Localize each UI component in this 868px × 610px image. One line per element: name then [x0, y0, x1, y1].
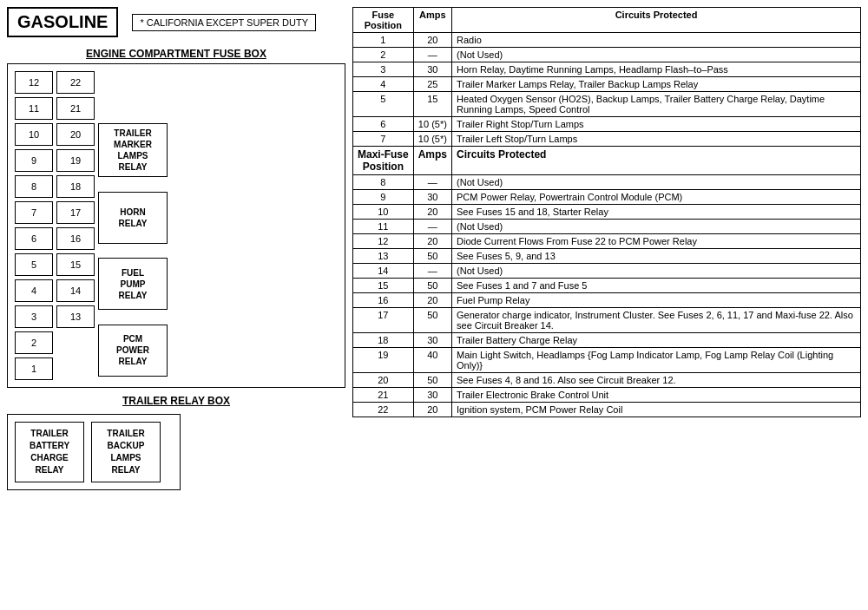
col-fuse-position: FusePosition: [353, 8, 414, 33]
pcm-power-relay-label: PCMPOWERRELAY: [98, 325, 168, 377]
fuse-1: 1: [15, 357, 53, 380]
horn-relay-label: HORNRELAY: [98, 192, 168, 244]
left-panel: GASOLINE * CALIFORNIA EXCEPT SUPER DUTY …: [7, 7, 345, 603]
fuse-6: 6: [15, 227, 53, 250]
fuse-12: 12: [15, 71, 53, 94]
table-row: 710 (5*)Trailer Left Stop/Turn Lamps: [353, 132, 861, 147]
table-row: 14—(Not Used): [353, 264, 861, 279]
table-row: 1220Diode Current Flows From Fuse 22 to …: [353, 234, 861, 249]
fuse-9: 9: [15, 149, 53, 172]
fuse-11: 11: [15, 97, 53, 120]
table-row: 330Horn Relay, Daytime Running Lamps, He…: [353, 62, 861, 77]
trailer-relay-box: TRAILERBATTERYCHARGERELAY TRAILERBACKUPL…: [7, 414, 181, 490]
table-row: 120Radio: [353, 33, 861, 48]
trailer-marker-relay-label: TRAILERMARKERLAMPSRELAY: [98, 123, 168, 177]
table-row: 1020See Fuses 15 and 18, Starter Relay: [353, 205, 861, 220]
table-row: 2130Trailer Electronic Brake Control Uni…: [353, 388, 861, 403]
engine-fuse-box: 12 11 10 9 8 7 6 5 4 3 2 1 22 21 20 19 1…: [7, 63, 345, 388]
table-row: 1830Trailer Battery Charge Relay: [353, 333, 861, 348]
engine-section: ENGINE COMPARTMENT FUSE BOX 12 11 10 9 8…: [7, 48, 345, 388]
table-row: 1620Fuel Pump Relay: [353, 293, 861, 308]
col-circuits: Circuits Protected: [452, 8, 861, 33]
table-row: 515Heated Oxygen Sensor (HO2S), Backup L…: [353, 92, 861, 117]
trailer-backup-lamps-relay: TRAILERBACKUPLAMPSRELAY: [91, 422, 161, 482]
fuse-table: FusePosition Amps Circuits Protected 120…: [352, 7, 861, 417]
table-row: 1350See Fuses 5, 9, and 13: [353, 249, 861, 264]
fuse-7: 7: [15, 201, 53, 224]
fuse-20: 20: [56, 123, 95, 146]
table-row: 2—(Not Used): [353, 48, 861, 62]
table-row: 1940Main Light Switch, Headlamps {Fog La…: [353, 348, 861, 373]
table-row: 11—(Not Used): [353, 220, 861, 234]
maxi-amps-header: Amps: [413, 147, 451, 175]
maxi-circuits-header: Circuits Protected: [452, 147, 861, 175]
fuse-2: 2: [15, 331, 53, 354]
maxi-fuse-position-header: Maxi-FusePosition: [353, 147, 414, 175]
table-row: 930PCM Power Relay, Powertrain Control M…: [353, 190, 861, 205]
fuse-17: 17: [56, 201, 95, 224]
trailer-relay-title: TRAILER RELAY BOX: [7, 395, 345, 407]
table-row: 610 (5*)Trailer Right Stop/Turn Lamps: [353, 117, 861, 132]
california-note: * CALIFORNIA EXCEPT SUPER DUTY: [132, 14, 316, 31]
fuse-8: 8: [15, 175, 53, 198]
fuse-col-right: 22 21 20 19 18 17 16 15 14 13: [56, 71, 95, 380]
fuse-10: 10: [15, 123, 53, 146]
engine-section-title: ENGINE COMPARTMENT FUSE BOX: [7, 48, 345, 60]
fuse-empty-2: [56, 357, 95, 380]
table-row: 1550See Fuses 1 and 7 and Fuse 5: [353, 279, 861, 293]
fuse-18: 18: [56, 175, 95, 198]
fuse-empty-1: [56, 331, 95, 354]
right-panel: FusePosition Amps Circuits Protected 120…: [352, 7, 861, 603]
fuse-14: 14: [56, 279, 95, 302]
maxi-fuse-header-row: Maxi-FusePosition Amps Circuits Protecte…: [353, 147, 861, 175]
trailer-battery-charge-relay: TRAILERBATTERYCHARGERELAY: [15, 422, 84, 482]
table-row: 1750Generator charge indicator, Instrume…: [353, 308, 861, 333]
table-row: 2050See Fuses 4, 8 and 16. Also see Circ…: [353, 373, 861, 388]
fuel-pump-relay-label: FUELPUMPRELAY: [98, 258, 168, 310]
fuse-15: 15: [56, 253, 95, 276]
trailer-relay-section: TRAILER RELAY BOX TRAILERBATTERYCHARGERE…: [7, 395, 345, 490]
fuse-col-left: 12 11 10 9 8 7 6 5 4 3 2 1: [15, 71, 53, 380]
table-row: 425Trailer Marker Lamps Relay, Trailer B…: [353, 77, 861, 92]
col-amps: Amps: [413, 8, 451, 33]
table-row: 2220Ignition system, PCM Power Relay Coi…: [353, 403, 861, 417]
fuse-3: 3: [15, 305, 53, 328]
relay-col: TRAILERMARKERLAMPSRELAY HORNRELAY FUELPU…: [98, 71, 168, 380]
fuse-4: 4: [15, 279, 53, 302]
header-row: GASOLINE * CALIFORNIA EXCEPT SUPER DUTY: [7, 7, 345, 37]
fuse-13: 13: [56, 305, 95, 328]
fuse-19: 19: [56, 149, 95, 172]
fuse-5: 5: [15, 253, 53, 276]
fuse-16: 16: [56, 227, 95, 250]
fuse-21: 21: [56, 97, 95, 120]
table-row: 8—(Not Used): [353, 175, 861, 190]
fuse-22: 22: [56, 71, 95, 94]
gasoline-label: GASOLINE: [7, 7, 118, 37]
